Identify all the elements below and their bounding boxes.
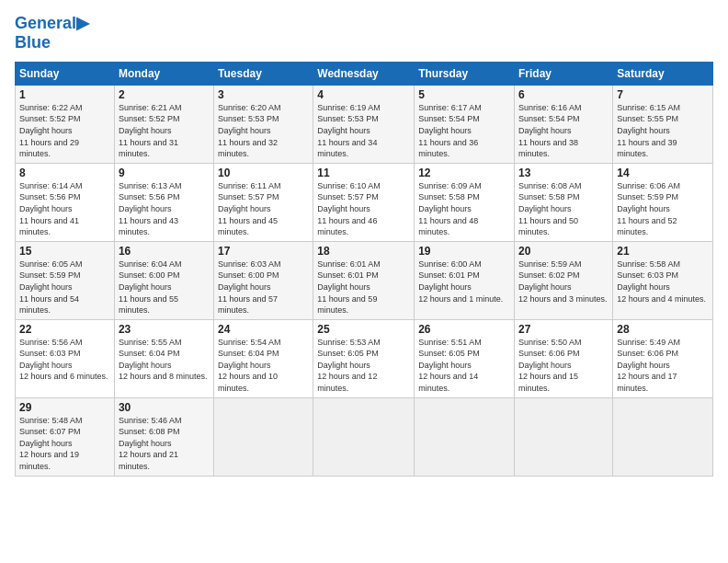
calendar-cell: 25 Sunrise: 5:53 AMSunset: 6:05 PMDaylig…: [313, 319, 415, 397]
calendar-cell: 21 Sunrise: 5:58 AMSunset: 6:03 PMDaylig…: [613, 241, 713, 319]
day-number: 6: [518, 88, 609, 101]
calendar-cell: 3 Sunrise: 6:20 AMSunset: 5:53 PMDayligh…: [214, 85, 313, 163]
calendar-week-1: 1 Sunrise: 6:22 AMSunset: 5:52 PMDayligh…: [16, 85, 713, 163]
calendar-cell: 10 Sunrise: 6:11 AMSunset: 5:57 PMDaylig…: [214, 163, 313, 241]
day-number: 13: [518, 167, 609, 179]
calendar-cell: [214, 397, 313, 476]
day-number: 28: [617, 323, 709, 336]
day-number: 20: [518, 245, 609, 258]
calendar-cell: 12 Sunrise: 6:09 AMSunset: 5:58 PMDaylig…: [415, 163, 515, 241]
calendar-week-2: 8 Sunrise: 6:14 AMSunset: 5:56 PMDayligh…: [16, 163, 713, 241]
calendar-cell: 4 Sunrise: 6:19 AMSunset: 5:53 PMDayligh…: [313, 85, 415, 163]
day-number: 29: [19, 401, 110, 414]
calendar-cell: [613, 397, 713, 476]
calendar-week-4: 22 Sunrise: 5:56 AMSunset: 6:03 PMDaylig…: [16, 319, 713, 397]
day-info: Sunrise: 6:09 AMSunset: 5:58 PMDaylight …: [418, 181, 482, 236]
calendar-cell: [515, 397, 613, 476]
calendar-cell: 16 Sunrise: 6:04 AMSunset: 6:00 PMDaylig…: [114, 241, 213, 319]
calendar-cell: 18 Sunrise: 6:01 AMSunset: 6:01 PMDaylig…: [313, 241, 415, 319]
calendar-cell: 20 Sunrise: 5:59 AMSunset: 6:02 PMDaylig…: [515, 241, 613, 319]
calendar-cell: 13 Sunrise: 6:08 AMSunset: 5:58 PMDaylig…: [515, 163, 613, 241]
day-number: 21: [617, 245, 709, 258]
day-info: Sunrise: 6:14 AMSunset: 5:56 PMDaylight …: [19, 181, 83, 236]
day-number: 16: [119, 245, 210, 258]
day-number: 26: [418, 323, 510, 336]
day-number: 18: [317, 245, 410, 258]
weekday-header-wednesday: Wednesday: [313, 62, 415, 85]
day-info: Sunrise: 5:51 AMSunset: 6:05 PMDaylight …: [418, 338, 482, 393]
day-info: Sunrise: 6:05 AMSunset: 5:59 PMDaylight …: [19, 259, 83, 315]
calendar-cell: 9 Sunrise: 6:13 AMSunset: 5:56 PMDayligh…: [114, 163, 213, 241]
day-info: Sunrise: 6:22 AMSunset: 5:52 PMDaylight …: [19, 103, 83, 158]
day-info: Sunrise: 6:21 AMSunset: 5:52 PMDaylight …: [119, 103, 182, 158]
day-info: Sunrise: 5:49 AMSunset: 6:06 PMDaylight …: [617, 338, 680, 393]
day-number: 8: [19, 167, 110, 179]
calendar-cell: 27 Sunrise: 5:50 AMSunset: 6:06 PMDaylig…: [515, 319, 613, 397]
calendar-cell: 6 Sunrise: 6:16 AMSunset: 5:54 PMDayligh…: [515, 85, 613, 163]
calendar-cell: 22 Sunrise: 5:56 AMSunset: 6:03 PMDaylig…: [16, 319, 115, 397]
day-number: 10: [218, 167, 309, 179]
calendar-week-3: 15 Sunrise: 6:05 AMSunset: 5:59 PMDaylig…: [16, 241, 713, 319]
day-number: 23: [119, 323, 210, 336]
calendar-cell: 8 Sunrise: 6:14 AMSunset: 5:56 PMDayligh…: [16, 163, 115, 241]
day-info: Sunrise: 5:58 AMSunset: 6:03 PMDaylight …: [617, 259, 706, 304]
day-number: 7: [617, 88, 709, 101]
calendar-cell: 23 Sunrise: 5:55 AMSunset: 6:04 PMDaylig…: [114, 319, 213, 397]
day-number: 25: [317, 323, 410, 336]
calendar-cell: 5 Sunrise: 6:17 AMSunset: 5:54 PMDayligh…: [415, 85, 515, 163]
calendar-cell: 1 Sunrise: 6:22 AMSunset: 5:52 PMDayligh…: [16, 85, 115, 163]
weekday-header-monday: Monday: [114, 62, 213, 85]
calendar-cell: [415, 397, 515, 476]
weekday-header-saturday: Saturday: [613, 62, 713, 85]
day-number: 14: [617, 167, 709, 179]
day-number: 5: [418, 88, 510, 101]
day-info: Sunrise: 6:17 AMSunset: 5:54 PMDaylight …: [418, 103, 482, 158]
day-number: 12: [418, 167, 510, 179]
calendar-cell: 19 Sunrise: 6:00 AMSunset: 6:01 PMDaylig…: [415, 241, 515, 319]
weekday-header-tuesday: Tuesday: [214, 62, 313, 85]
day-info: Sunrise: 5:56 AMSunset: 6:03 PMDaylight …: [19, 338, 108, 382]
day-info: Sunrise: 6:15 AMSunset: 5:55 PMDaylight …: [617, 103, 680, 158]
weekday-header-friday: Friday: [515, 62, 613, 85]
calendar-cell: 17 Sunrise: 6:03 AMSunset: 6:00 PMDaylig…: [214, 241, 313, 319]
day-info: Sunrise: 6:08 AMSunset: 5:58 PMDaylight …: [518, 181, 582, 236]
day-info: Sunrise: 6:00 AMSunset: 6:01 PMDaylight …: [418, 259, 503, 304]
calendar-cell: 15 Sunrise: 6:05 AMSunset: 5:59 PMDaylig…: [16, 241, 115, 319]
day-number: 27: [518, 323, 609, 336]
day-info: Sunrise: 5:55 AMSunset: 6:04 PMDaylight …: [119, 338, 208, 382]
day-number: 11: [317, 167, 410, 179]
day-info: Sunrise: 6:19 AMSunset: 5:53 PMDaylight …: [317, 103, 381, 158]
calendar-cell: [313, 397, 415, 476]
day-info: Sunrise: 6:10 AMSunset: 5:57 PMDaylight …: [317, 181, 381, 236]
day-info: Sunrise: 6:06 AMSunset: 5:59 PMDaylight …: [617, 181, 680, 236]
calendar-body: 1 Sunrise: 6:22 AMSunset: 5:52 PMDayligh…: [16, 85, 713, 476]
day-number: 30: [119, 401, 210, 414]
day-info: Sunrise: 6:16 AMSunset: 5:54 PMDaylight …: [518, 103, 582, 158]
day-info: Sunrise: 5:59 AMSunset: 6:02 PMDaylight …: [518, 259, 608, 304]
day-info: Sunrise: 6:04 AMSunset: 6:00 PMDaylight …: [119, 259, 182, 315]
day-info: Sunrise: 5:54 AMSunset: 6:04 PMDaylight …: [218, 338, 281, 393]
weekday-header-thursday: Thursday: [415, 62, 515, 85]
calendar-cell: 24 Sunrise: 5:54 AMSunset: 6:04 PMDaylig…: [214, 319, 313, 397]
day-number: 24: [218, 323, 309, 336]
calendar-cell: 29 Sunrise: 5:48 AMSunset: 6:07 PMDaylig…: [16, 397, 115, 476]
day-number: 17: [218, 245, 309, 258]
calendar-header-row: SundayMondayTuesdayWednesdayThursdayFrid…: [16, 62, 713, 85]
logo: General▶ Blue: [15, 15, 89, 52]
day-number: 4: [317, 88, 410, 101]
day-number: 15: [19, 245, 110, 258]
calendar-cell: 11 Sunrise: 6:10 AMSunset: 5:57 PMDaylig…: [313, 163, 415, 241]
day-info: Sunrise: 6:11 AMSunset: 5:57 PMDaylight …: [218, 181, 281, 236]
calendar-cell: 26 Sunrise: 5:51 AMSunset: 6:05 PMDaylig…: [415, 319, 515, 397]
calendar-week-5: 29 Sunrise: 5:48 AMSunset: 6:07 PMDaylig…: [16, 397, 713, 476]
calendar-cell: 30 Sunrise: 5:46 AMSunset: 6:08 PMDaylig…: [114, 397, 213, 476]
day-number: 22: [19, 323, 110, 336]
calendar-cell: 2 Sunrise: 6:21 AMSunset: 5:52 PMDayligh…: [114, 85, 213, 163]
logo-text: General▶: [15, 15, 89, 33]
day-number: 1: [19, 88, 110, 101]
calendar-cell: 14 Sunrise: 6:06 AMSunset: 5:59 PMDaylig…: [613, 163, 713, 241]
calendar-table: SundayMondayTuesdayWednesdayThursdayFrid…: [15, 62, 713, 477]
day-number: 19: [418, 245, 510, 258]
day-info: Sunrise: 6:03 AMSunset: 6:00 PMDaylight …: [218, 259, 281, 315]
day-number: 2: [119, 88, 210, 101]
